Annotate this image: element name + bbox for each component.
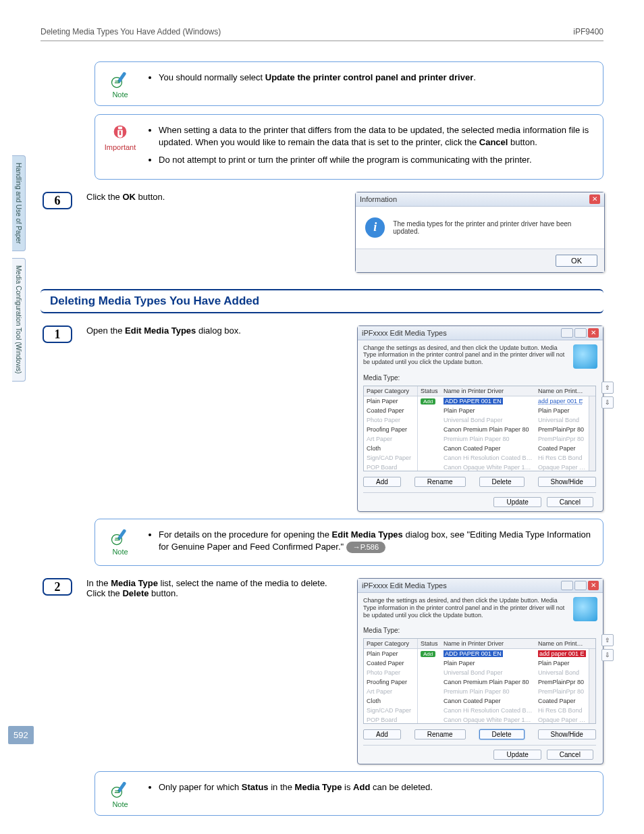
note-callout-1: Note You should normally select Update t… xyxy=(95,61,603,106)
close-icon[interactable]: ✕ xyxy=(588,328,599,338)
th-panel[interactable]: Name on Printer Control Panel xyxy=(535,386,589,396)
table-row[interactable]: Photo PaperUniversal Bond PaperUniversal… xyxy=(364,668,595,677)
media-type-label: Media Type: xyxy=(363,374,597,382)
side-tab-handling[interactable]: Handling and Use of Paper xyxy=(12,155,26,251)
scrollbar[interactable] xyxy=(589,649,595,723)
table-row[interactable]: Sign/CAD PaperCanon Hi Resolution Coated… xyxy=(364,453,595,463)
note1-text: You should normally select Update the pr… xyxy=(159,72,476,84)
update-button[interactable]: Update xyxy=(493,750,541,760)
cancel-button[interactable]: Cancel xyxy=(547,497,593,507)
step-6-badge: 6 xyxy=(43,192,72,209)
svg-rect-10 xyxy=(115,540,120,540)
step-1-badge: 1 xyxy=(43,325,72,343)
note4-text: Only paper for which Status in the Media… xyxy=(159,781,433,793)
step-2-badge: 2 xyxy=(43,578,72,596)
table-row[interactable]: POP BoardCanon Opaque White Paper 1…Opaq… xyxy=(364,715,595,723)
step-6-text: Click the OK button. xyxy=(86,192,343,202)
cancel-button[interactable]: Cancel xyxy=(547,750,593,760)
edit-media-types-dialog-2: iPFxxxx Edit Media Types ✕ Change the se… xyxy=(357,578,603,764)
side-tab-mct[interactable]: Media Configuration Tool (Windows) xyxy=(12,258,26,381)
maximize-icon[interactable] xyxy=(574,328,587,338)
th-status[interactable]: Status xyxy=(418,386,441,396)
scrollbar[interactable] xyxy=(589,396,595,471)
showhide-button[interactable]: Show/Hide xyxy=(538,729,596,739)
emt-logo-icon xyxy=(573,597,597,621)
table-row[interactable]: Art PaperPremium Plain Paper 80PremPlain… xyxy=(364,687,595,696)
maximize-icon[interactable] xyxy=(574,581,587,590)
note-label: Note xyxy=(112,800,128,808)
th-panel[interactable]: Name on Printer Control Panel xyxy=(535,639,589,648)
delete-button[interactable]: Delete xyxy=(479,729,525,739)
step-1-text: Open the Edit Media Types dialog box. xyxy=(86,325,343,336)
important-icon xyxy=(110,122,130,142)
note-label: Note xyxy=(112,548,128,556)
th-category[interactable]: Paper Category xyxy=(364,639,418,648)
showhide-button[interactable]: Show/Hide xyxy=(538,477,596,487)
page-ref-link[interactable]: →P.586 xyxy=(346,542,385,553)
note-label: Note xyxy=(112,90,128,99)
delete-button[interactable]: Delete xyxy=(479,477,525,487)
info-dialog-msg: The media types for the printer and prin… xyxy=(393,220,595,235)
note3-text: For details on the procedure for opening… xyxy=(159,529,593,553)
minimize-icon[interactable] xyxy=(561,581,573,590)
edit-media-types-dialog-1: iPFxxxx Edit Media Types ✕ Change the se… xyxy=(357,325,603,512)
update-button[interactable]: Update xyxy=(493,497,541,507)
ok-button[interactable]: OK xyxy=(556,255,597,267)
table-row[interactable]: ClothCanon Coated PaperCoated Paper xyxy=(364,444,595,453)
note-icon xyxy=(110,526,130,546)
note-icon xyxy=(110,779,130,799)
info-icon: i xyxy=(365,217,385,238)
emt-note: Change the settings as desired, and then… xyxy=(363,344,569,366)
table-row[interactable]: Photo PaperUniversal Bond PaperUniversal… xyxy=(364,415,595,425)
media-type-label: Media Type: xyxy=(363,627,597,634)
table-row[interactable]: Coated PaperPlain PaperPlain Paper xyxy=(364,406,595,415)
move-down-icon[interactable]: ⇩ xyxy=(601,649,614,661)
emt-logo-icon xyxy=(573,344,597,369)
breadcrumb: Deleting Media Types You Have Added (Win… xyxy=(41,27,221,36)
emt-title: iPFxxxx Edit Media Types xyxy=(362,581,447,590)
svg-rect-9 xyxy=(115,538,119,538)
svg-rect-6 xyxy=(119,131,122,135)
svg-rect-3 xyxy=(115,82,120,83)
add-button[interactable]: Add xyxy=(363,729,401,739)
close-icon[interactable]: ✕ xyxy=(589,194,600,204)
table-row[interactable]: Art PaperPremium Plain Paper 80PremPlain… xyxy=(364,434,595,444)
svg-rect-13 xyxy=(115,791,119,791)
side-tabs: Handling and Use of Paper Media Configur… xyxy=(12,155,26,382)
table-row[interactable]: POP BoardCanon Opaque White Paper 1…Opaq… xyxy=(364,463,595,471)
rename-button[interactable]: Rename xyxy=(414,729,466,739)
emt-title: iPFxxxx Edit Media Types xyxy=(362,329,447,337)
th-driver[interactable]: Name in Printer Driver xyxy=(441,386,535,396)
svg-rect-14 xyxy=(115,792,120,793)
note-callout-4: Note Only paper for which Status in the … xyxy=(95,771,603,816)
svg-rect-5 xyxy=(118,127,122,130)
important-callout: Important When setting a data to the pri… xyxy=(95,114,603,180)
information-dialog: Information ✕ i The media types for the … xyxy=(355,192,605,273)
move-up-icon[interactable]: ⇧ xyxy=(601,634,614,646)
svg-rect-2 xyxy=(115,81,119,82)
model-label: iPF9400 xyxy=(573,27,603,36)
note-icon xyxy=(110,69,130,89)
close-icon[interactable]: ✕ xyxy=(588,581,599,590)
table-row[interactable]: Proofing PaperCanon Premium Plain Paper … xyxy=(364,425,595,434)
info-dialog-title: Information xyxy=(360,195,397,203)
page-number: 592 xyxy=(8,726,34,744)
th-driver[interactable]: Name in Printer Driver xyxy=(441,639,535,648)
minimize-icon[interactable] xyxy=(561,328,573,338)
move-down-icon[interactable]: ⇩ xyxy=(601,396,614,409)
note-callout-3: Note For details on the procedure for op… xyxy=(95,519,603,566)
th-category[interactable]: Paper Category xyxy=(364,386,418,396)
important-label: Important xyxy=(105,143,136,151)
section-heading: Deleting Media Types You Have Added xyxy=(41,289,603,313)
add-button[interactable]: Add xyxy=(363,477,401,487)
table-row[interactable]: Plain PaperAddADD PAPER 001 ENadd paper … xyxy=(364,396,595,406)
th-status[interactable]: Status xyxy=(418,639,441,648)
move-up-icon[interactable]: ⇧ xyxy=(601,382,614,394)
table-row[interactable]: ClothCanon Coated PaperCoated Paper xyxy=(364,696,595,706)
important-item-2: Do not attempt to print or turn the prin… xyxy=(159,154,593,166)
rename-button[interactable]: Rename xyxy=(414,477,466,487)
table-row[interactable]: Coated PaperPlain PaperPlain Paper xyxy=(364,658,595,668)
table-row[interactable]: Proofing PaperCanon Premium Plain Paper … xyxy=(364,677,595,687)
table-row[interactable]: Sign/CAD PaperCanon Hi Resolution Coated… xyxy=(364,706,595,715)
table-row[interactable]: Plain PaperAddADD PAPER 001 ENadd paper … xyxy=(364,649,595,658)
